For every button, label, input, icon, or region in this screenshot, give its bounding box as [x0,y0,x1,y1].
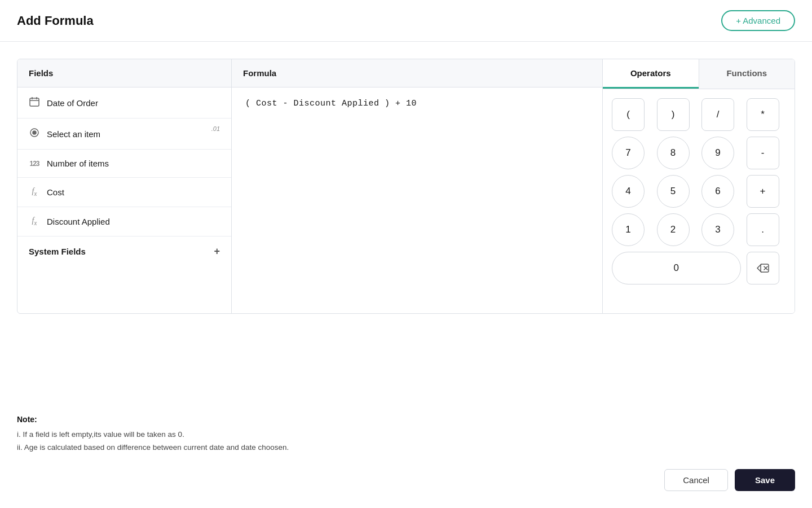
cancel-button[interactable]: Cancel [664,469,728,491]
footer: Cancel Save [0,460,812,508]
field-item-select-an-item[interactable]: Select an item .01 [17,119,231,150]
notes-title: Note: [17,415,795,424]
field-label-cost: Cost [47,187,64,197]
fields-header: Fields [17,59,231,87]
field-item-date-of-order[interactable]: Date of Order [17,87,231,119]
btn-nine[interactable]: 9 [701,137,734,169]
btn-four[interactable]: 4 [612,175,645,208]
btn-close-paren[interactable]: ) [657,98,690,131]
field-item-discount-applied[interactable]: fx Discount Applied [17,207,231,237]
btn-two[interactable]: 2 [657,213,690,246]
system-fields-label: System Fields [29,247,86,256]
svg-rect-6 [761,264,769,272]
operators-column: Operators Functions ( ) / * 7 8 9 - 4 5 … [603,59,795,313]
formula-column: Formula ( Cost - Discount Applied ) + 10 [232,59,603,313]
btn-six[interactable]: 6 [701,175,734,208]
btn-divide[interactable]: / [701,98,734,131]
svg-rect-0 [30,98,39,106]
page-title: Add Formula [17,14,94,28]
fx-icon-cost: fx [29,187,40,198]
notes-line2: ii. Age is calculated based on differenc… [17,441,795,454]
formula-display[interactable]: ( Cost - Discount Applied ) + 10 [232,87,602,313]
ops-buttons-grid: ( ) / * 7 8 9 - 4 5 6 + 1 2 3 . 0 [603,89,795,294]
formula-header: Formula [232,59,602,87]
main-content: Fields Date of Order [0,42,812,404]
btn-minus[interactable]: - [747,137,779,169]
field-label-discount-applied: Discount Applied [47,217,110,226]
btn-dot[interactable]: . [747,213,779,246]
btn-plus[interactable]: + [747,175,779,208]
field-label-select-an-item: Select an item [47,129,100,139]
field-label-date-of-order: Date of Order [47,98,98,108]
field-badge-select-an-item: .01 [211,125,220,132]
formula-panel: Fields Date of Order [17,59,795,314]
notes-line1: i. If a field is left empty,its value wi… [17,428,795,441]
notes-section: Note: i. If a field is left empty,its va… [0,404,812,460]
fx-icon-discount: fx [29,216,40,227]
calendar-icon [29,97,40,109]
tab-operators[interactable]: Operators [603,59,699,89]
notes-text: i. If a field is left empty,its value wi… [17,428,795,454]
fields-column: Fields Date of Order [17,59,232,313]
btn-open-paren[interactable]: ( [612,98,645,131]
svg-point-5 [33,131,36,134]
system-fields-row[interactable]: System Fields + [17,237,231,266]
btn-seven[interactable]: 7 [612,137,645,169]
number-icon: 123 [29,160,40,168]
radio-icon [29,128,40,140]
btn-multiply[interactable]: * [747,98,779,131]
field-item-number-of-items[interactable]: 123 Number of items [17,150,231,178]
advanced-button[interactable]: + Advanced [721,10,795,31]
btn-one[interactable]: 1 [612,213,645,246]
save-button[interactable]: Save [735,469,795,491]
system-fields-plus-icon: + [214,246,220,257]
btn-five[interactable]: 5 [657,175,690,208]
btn-zero[interactable]: 0 [612,252,741,284]
field-label-number-of-items: Number of items [47,159,109,168]
btn-backspace[interactable] [747,252,779,284]
page-header: Add Formula + Advanced [0,0,812,42]
tab-functions[interactable]: Functions [699,59,795,89]
ops-tabs: Operators Functions [603,59,795,89]
btn-three[interactable]: 3 [701,213,734,246]
field-item-cost[interactable]: fx Cost [17,178,231,207]
btn-eight[interactable]: 8 [657,137,690,169]
